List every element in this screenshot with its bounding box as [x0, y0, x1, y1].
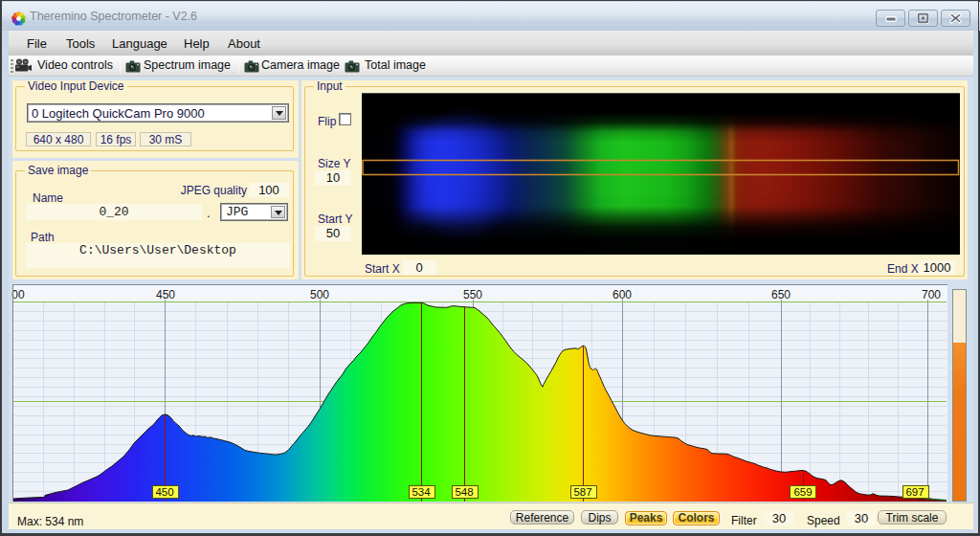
svg-text:697: 697	[905, 486, 924, 498]
svg-text:450: 450	[156, 288, 175, 302]
svg-text:500: 500	[310, 288, 329, 302]
svg-text:650: 650	[771, 288, 791, 302]
svg-text:600: 600	[612, 288, 632, 302]
svg-text:587: 587	[573, 486, 591, 498]
svg-text:700: 700	[922, 288, 941, 302]
svg-text:450: 450	[155, 486, 173, 498]
svg-text:659: 659	[793, 486, 812, 498]
svg-text:548: 548	[455, 486, 473, 498]
svg-text:00: 00	[11, 288, 25, 302]
svg-text:550: 550	[463, 288, 482, 302]
svg-text:534: 534	[412, 486, 431, 498]
